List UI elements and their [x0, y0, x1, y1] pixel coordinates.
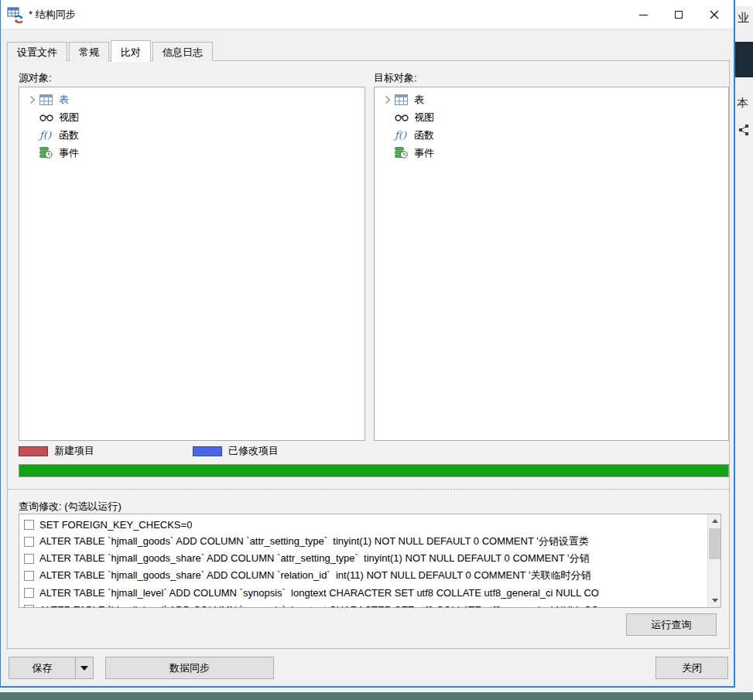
window-controls — [625, 0, 732, 29]
titlebar[interactable]: * 结构同步 — [1, 0, 734, 29]
source-object-tree[interactable]: 表 视图 ƒ() 函数 — [19, 87, 365, 441]
chevron-spacer — [381, 130, 395, 141]
tree-item-view[interactable]: 视图 — [19, 108, 365, 126]
close-button[interactable] — [697, 0, 732, 29]
tree-item-label: 表 — [414, 93, 424, 107]
tab-compare[interactable]: 比对 — [111, 40, 151, 62]
save-button-label[interactable]: 保存 — [9, 657, 75, 678]
sql-checkbox[interactable] — [24, 588, 34, 598]
chevron-spacer — [26, 148, 39, 159]
progress-bar — [19, 464, 729, 477]
sql-statement: ALTER TABLE `hjmall_goods` ADD COLUMN `a… — [39, 534, 589, 548]
tree-item-label: 事件 — [59, 146, 79, 160]
new-item-label: 新建项目 — [54, 444, 94, 458]
view-icon — [395, 111, 412, 124]
tree-item-function[interactable]: ƒ() 函数 — [19, 126, 365, 144]
event-icon — [39, 147, 56, 159]
sql-checkbox[interactable] — [24, 571, 34, 581]
function-icon: ƒ() — [395, 129, 412, 142]
sql-statement: ALTER TABLE `hjmall_goods_share` ADD COL… — [39, 551, 589, 565]
close-dialog-button[interactable]: 关闭 — [655, 657, 728, 679]
table-icon — [395, 94, 412, 106]
tree-item-view[interactable]: 视图 — [375, 108, 728, 126]
sql-checkbox[interactable] — [24, 605, 34, 609]
sql-statement: ALTER TABLE `hjmall_goods_share` ADD COL… — [39, 569, 590, 582]
tab-settings-file[interactable]: 设置文件 — [7, 42, 67, 61]
scrollbar-thumb[interactable] — [709, 528, 720, 559]
scroll-up-icon — [712, 519, 718, 523]
modified-item-swatch — [193, 446, 222, 456]
minimize-icon — [639, 15, 648, 15]
chevron-spacer — [26, 112, 39, 123]
table-icon — [39, 94, 56, 106]
modified-item-label: 已修改项目 — [228, 444, 279, 458]
tree-item-label: 函数 — [414, 128, 434, 142]
close-icon — [710, 10, 719, 19]
sql-checkbox[interactable] — [24, 537, 34, 547]
background-text-mid: 本 — [737, 96, 748, 111]
tree-item-event[interactable]: 事件 — [375, 144, 728, 162]
background-statusbar — [0, 692, 753, 700]
tree-item-label: 视图 — [414, 111, 434, 125]
target-object-tree[interactable]: 表 视图 ƒ() 函数 — [374, 87, 729, 441]
tree-item-label: 表 — [59, 93, 69, 107]
background-bottom-strip — [0, 688, 753, 700]
function-icon: ƒ() — [39, 129, 56, 142]
dropdown-arrow-icon — [80, 666, 88, 671]
vertical-scrollbar[interactable] — [707, 514, 720, 607]
scroll-down-icon — [712, 599, 718, 603]
scroll-up-button[interactable] — [708, 514, 721, 528]
splitter-line[interactable] — [8, 489, 729, 490]
compare-tab-page: 源对象: 目标对象: 表 — [7, 60, 730, 649]
tree-item-label: 函数 — [59, 128, 79, 142]
chevron-spacer — [26, 130, 39, 141]
sql-statement: SET FOREIGN_KEY_CHECKS=0 — [39, 519, 192, 531]
tab-info-log[interactable]: 信息日志 — [152, 42, 213, 61]
sql-row[interactable]: ALTER TABLE `hjmall_goods` ADD COLUMN `a… — [22, 533, 705, 550]
sql-row[interactable]: ALTER TABLE `hjmall_goods_share` ADD COL… — [22, 567, 705, 584]
view-icon — [39, 111, 56, 124]
share-icon — [738, 124, 749, 138]
query-modifications-label: 查询修改: (勾选以运行) — [19, 500, 122, 514]
source-objects-label: 源对象: — [19, 71, 52, 85]
sql-row[interactable]: ALTER TABLE `hjmall_goods_share` ADD COL… — [22, 550, 705, 567]
chevron-right-icon[interactable] — [26, 94, 39, 105]
tab-general[interactable]: 常规 — [69, 42, 109, 61]
structure-sync-icon — [7, 6, 24, 23]
tree-item-table[interactable]: 表 — [19, 90, 365, 108]
target-objects-label: 目标对象: — [374, 71, 417, 85]
background-dark-block — [735, 42, 753, 77]
save-dropdown-button[interactable] — [75, 657, 93, 678]
data-sync-button[interactable]: 数据同步 — [105, 657, 274, 679]
query-list[interactable]: SET FOREIGN_KEY_CHECKS=0 ALTER TABLE `hj… — [19, 514, 721, 608]
scroll-down-button[interactable] — [708, 594, 721, 607]
tree-item-function[interactable]: ƒ() 函数 — [375, 126, 728, 144]
maximize-button[interactable] — [661, 0, 697, 29]
sql-row[interactable]: SET FOREIGN_KEY_CHECKS=0 — [22, 516, 705, 533]
sql-statement: ALTER TABLE `hjmall_level` ADD COLUMN `s… — [39, 587, 599, 599]
tree-item-label: 事件 — [414, 146, 434, 160]
run-query-button[interactable]: 运行查询 — [626, 613, 717, 636]
sql-statement: ALTER TABLE `hjmall_level` ADD COLUMN `s… — [39, 604, 599, 609]
sql-checkbox[interactable] — [24, 554, 34, 564]
sql-row[interactable]: ALTER TABLE `hjmall_level` ADD COLUMN `s… — [22, 584, 705, 601]
structure-sync-dialog: * 结构同步 设置文件 常规 比对 信息日志 源对象: 目标对象: — [0, 0, 735, 688]
minimize-button[interactable] — [625, 0, 661, 29]
background-text-top: 业 — [738, 11, 749, 26]
tree-item-label: 视图 — [59, 111, 79, 125]
legend: 新建项目 已修改项目 — [19, 445, 279, 457]
window-title: * 结构同步 — [29, 8, 76, 22]
tree-item-event[interactable]: 事件 — [19, 144, 365, 162]
new-item-swatch — [19, 446, 48, 456]
maximize-icon — [675, 11, 683, 19]
save-button[interactable]: 保存 — [9, 657, 94, 679]
chevron-spacer — [381, 112, 395, 123]
partial-sql-row[interactable]: ALTER TABLE `hjmall_level` ADD COLUMN `s… — [22, 601, 705, 608]
chevron-right-icon[interactable] — [381, 94, 395, 105]
tab-bar: 设置文件 常规 比对 信息日志 — [7, 39, 214, 61]
sql-checkbox[interactable] — [24, 520, 34, 530]
background-app-strip: 业 本 — [735, 0, 753, 700]
chevron-spacer — [381, 148, 395, 159]
tree-item-table[interactable]: 表 — [375, 90, 728, 108]
background-white-band — [735, 0, 753, 6]
